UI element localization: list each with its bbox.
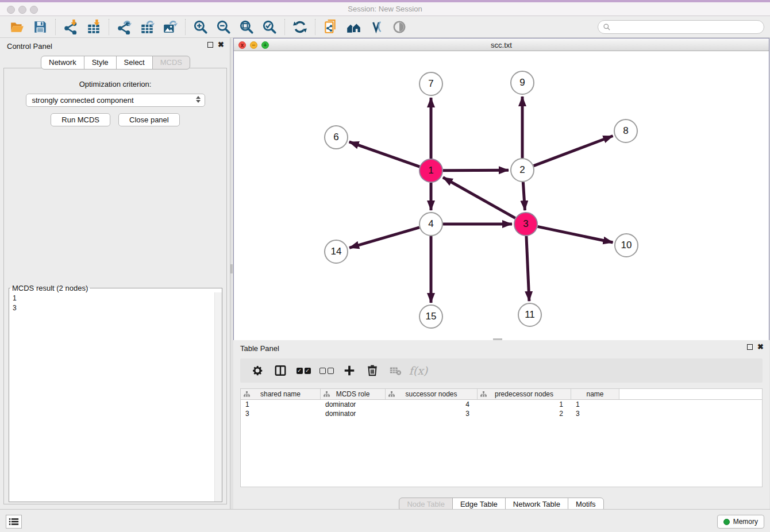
column-header-MCDS-role[interactable]: MCDS role	[321, 389, 386, 399]
float-panel-icon[interactable]	[207, 42, 213, 48]
edge-2-3[interactable]	[523, 182, 525, 210]
column-header-shared-name[interactable]: shared name	[241, 389, 321, 399]
optimization-criterion-value: strongly connected component	[32, 96, 134, 105]
edge-3-10[interactable]	[538, 226, 613, 242]
graph-node-3[interactable]: 3	[514, 212, 538, 236]
table-row[interactable]: 1dominator411	[241, 400, 762, 409]
memory-status-icon	[723, 519, 730, 525]
table-cell: 2	[478, 409, 571, 418]
network-canvas[interactable]: 7968124314101511	[234, 51, 769, 340]
add-column-button[interactable]	[339, 361, 360, 380]
edge-1-6[interactable]	[349, 142, 420, 167]
graph-node-7[interactable]: 7	[419, 72, 443, 96]
column-header-successor-nodes[interactable]: successor nodes	[386, 389, 478, 399]
select-all-button[interactable]: ✓✓	[293, 361, 314, 380]
export-network-button[interactable]	[113, 18, 136, 36]
vertical-splitter-handle[interactable]	[230, 264, 233, 273]
tab-network[interactable]: Network	[41, 56, 84, 70]
graph-node-2[interactable]: 2	[510, 158, 534, 182]
graph-node-9[interactable]: 9	[510, 71, 534, 95]
refresh-icon	[292, 20, 307, 34]
table-cell: dominator	[321, 409, 386, 418]
show-hide-button	[388, 18, 411, 36]
split-view-icon	[274, 364, 287, 377]
graph-node-11[interactable]: 11	[518, 303, 542, 327]
result-scrollbar[interactable]	[214, 292, 222, 502]
import-network-button[interactable]	[59, 18, 82, 36]
refresh-button[interactable]	[288, 18, 311, 36]
network-from-selection-button[interactable]	[319, 18, 342, 36]
edge-3-1[interactable]	[443, 178, 515, 218]
list-icon	[9, 517, 19, 526]
save-session-button[interactable]	[29, 18, 52, 36]
close-table-panel-icon[interactable]: ✖	[757, 344, 764, 350]
graph-node-6[interactable]: 6	[324, 125, 348, 149]
graph-node-4[interactable]: 4	[419, 212, 443, 236]
task-history-button[interactable]	[6, 515, 22, 529]
graph-node-14[interactable]: 14	[324, 240, 348, 264]
float-table-panel-icon[interactable]	[747, 344, 753, 350]
close-panel-button[interactable]: Close panel	[118, 113, 180, 126]
split-view-button[interactable]	[270, 361, 291, 380]
graph-node-1[interactable]: 1	[419, 159, 443, 183]
import-table-button[interactable]	[82, 18, 105, 36]
tab-style[interactable]: Style	[84, 56, 117, 70]
tab-mcds[interactable]: MCDS	[152, 56, 190, 70]
export-image-icon	[163, 20, 178, 34]
table-toolbar: ✓✓f(x)	[240, 358, 763, 383]
graph-node-8[interactable]: 8	[614, 119, 638, 143]
zoom-in-button[interactable]	[189, 18, 212, 36]
network-window-title: scc.txt	[234, 41, 769, 49]
export-table-button[interactable]	[136, 18, 159, 36]
node-table: shared nameMCDS rolesuccessor nodesprede…	[240, 388, 763, 487]
zoom-selected-button[interactable]	[258, 18, 281, 36]
memory-button[interactable]: Memory	[717, 515, 764, 529]
select-stepper-icon	[196, 96, 201, 103]
table-cell: 3	[571, 409, 619, 418]
result-line: 3	[13, 303, 218, 313]
edge-4-14[interactable]	[349, 228, 419, 248]
search-input[interactable]	[611, 21, 764, 33]
tab-select[interactable]: Select	[116, 56, 153, 70]
vizmap-button[interactable]	[365, 18, 388, 36]
export-network-icon	[117, 20, 132, 34]
home-button[interactable]	[342, 18, 365, 36]
graph-node-15[interactable]: 15	[419, 304, 443, 329]
edge-3-11[interactable]	[526, 236, 529, 301]
column-header-predecessor-nodes[interactable]: predecessor nodes	[478, 389, 571, 399]
mcds-result-list[interactable]: 13	[9, 292, 222, 502]
home-icon	[346, 20, 361, 34]
deselect-all-button[interactable]	[316, 361, 337, 380]
network-from-selection-icon	[323, 20, 338, 34]
import-table-icon	[86, 20, 101, 34]
edge-layer	[234, 51, 769, 340]
function-builder-button: f(x)	[408, 361, 429, 380]
open-session-button[interactable]	[6, 18, 29, 36]
import-network-icon	[63, 20, 78, 34]
table-cell: 1	[241, 400, 321, 409]
network-window-titlebar[interactable]: x − + scc.txt	[234, 38, 769, 51]
zoom-fit-button[interactable]	[235, 18, 258, 36]
application-window: Session: New Session Control Panel ✖ Net…	[0, 0, 770, 532]
settings-button[interactable]	[247, 361, 268, 380]
table-panel-header: Table Panel ✖	[233, 340, 769, 355]
edge-2-8[interactable]	[534, 136, 613, 165]
vizmap-icon	[369, 20, 384, 34]
column-header-name[interactable]: name	[571, 389, 619, 399]
toolbar-separator	[109, 19, 109, 35]
zoom-out-button[interactable]	[212, 18, 235, 36]
settings-icon	[251, 364, 264, 377]
window-title: Session: New Session	[0, 5, 770, 13]
column-type-icon	[480, 391, 487, 397]
run-mcds-button[interactable]: Run MCDS	[51, 113, 110, 126]
close-panel-icon[interactable]: ✖	[218, 42, 224, 48]
optimization-criterion-select[interactable]: strongly connected component	[26, 94, 205, 107]
table-row[interactable]: 3dominator323	[241, 409, 762, 418]
search-box	[598, 20, 764, 34]
mcds-tab-panel: Optimization criterion: strongly connect…	[3, 68, 227, 504]
delete-column-button[interactable]	[362, 361, 383, 380]
edge-1-2[interactable]	[443, 170, 509, 171]
graph-node-10[interactable]: 10	[614, 233, 638, 257]
export-image-button[interactable]	[159, 18, 182, 36]
memory-label: Memory	[733, 518, 758, 526]
